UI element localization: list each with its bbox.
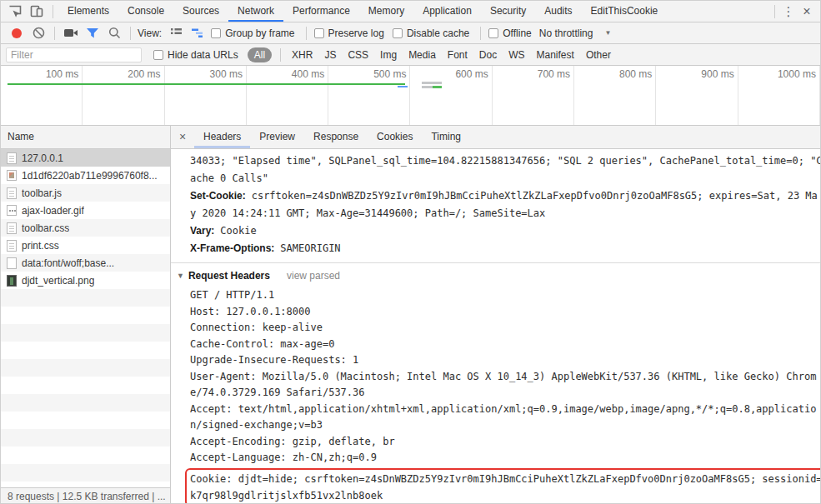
request-row[interactable]: ajax-loader.gif bbox=[1, 202, 170, 219]
image-icon bbox=[7, 205, 17, 216]
filter-type-ws[interactable]: WS bbox=[503, 49, 530, 61]
filter-type-doc[interactable]: Doc bbox=[473, 49, 503, 61]
filter-type-font[interactable]: Font bbox=[442, 49, 473, 61]
request-header-line: Connection: keep-alive bbox=[190, 320, 820, 337]
search-icon[interactable] bbox=[103, 23, 125, 43]
request-row[interactable]: 1d1df6220ab711e9996760f8... bbox=[1, 167, 170, 184]
request-detail-panel: × Headers Preview Response Cookies Timin… bbox=[171, 126, 820, 504]
response-header-line: y 2020 14:24:11 GMT; Max-Age=31449600; P… bbox=[190, 205, 820, 222]
tab-preview[interactable]: Preview bbox=[250, 126, 304, 148]
tab-network[interactable]: Network bbox=[228, 1, 283, 22]
request-row[interactable]: djdt_vertical.png bbox=[1, 272, 170, 289]
cookie-highlight-box: Cookie: djdt=hide; csrftoken=z4sDnWBZDz5… bbox=[185, 468, 820, 504]
list-view-icon[interactable] bbox=[165, 23, 187, 43]
divider bbox=[306, 27, 307, 40]
checkbox-label: Group by frame bbox=[225, 27, 294, 39]
name-column-header[interactable]: Name bbox=[1, 126, 170, 149]
tab-sources[interactable]: Sources bbox=[173, 1, 228, 22]
tab-cookies[interactable]: Cookies bbox=[368, 126, 422, 148]
filter-icon[interactable] bbox=[82, 23, 103, 43]
throttling-dropdown[interactable]: No throttling ▼ bbox=[539, 27, 612, 39]
tab-editthiscookie[interactable]: EditThisCookie bbox=[582, 1, 668, 22]
tab-memory[interactable]: Memory bbox=[359, 1, 413, 22]
tab-headers[interactable]: Headers bbox=[194, 126, 250, 148]
device-toolbar-icon[interactable] bbox=[26, 2, 48, 22]
capture-screenshots-icon[interactable] bbox=[60, 23, 82, 43]
timeline-tick: 300 ms bbox=[165, 66, 247, 125]
inspect-element-icon[interactable] bbox=[4, 2, 26, 22]
header-name: Vary: bbox=[190, 225, 214, 237]
filter-type-js[interactable]: JS bbox=[318, 49, 342, 61]
tab-security[interactable]: Security bbox=[481, 1, 535, 22]
timeline-tick: 600 ms bbox=[410, 66, 492, 125]
timeline-overview[interactable]: 100 ms 200 ms 300 ms 400 ms 500 ms 600 m… bbox=[1, 66, 820, 126]
request-summary: 8 requests | 12.5 KB transferred | ... bbox=[8, 491, 166, 502]
status-bar: 8 requests | 12.5 KB transferred | ... bbox=[1, 487, 170, 504]
filter-type-all[interactable]: All bbox=[248, 47, 272, 62]
filter-type-img[interactable]: Img bbox=[374, 49, 403, 61]
timeline-tick: 100 ms bbox=[1, 66, 83, 125]
devtools-tabbar: Elements Console Sources Network Perform… bbox=[1, 1, 820, 22]
checkbox-label: Offline bbox=[503, 27, 531, 39]
tab-timing[interactable]: Timing bbox=[422, 126, 470, 148]
checkbox-label: Preserve log bbox=[328, 27, 384, 39]
record-button[interactable] bbox=[6, 23, 28, 43]
detail-tabbar: × Headers Preview Response Cookies Timin… bbox=[171, 126, 820, 149]
request-name: 1d1df6220ab711e9996760f8... bbox=[22, 170, 158, 182]
section-divider bbox=[171, 262, 820, 263]
request-row[interactable]: data:font/woff;base... bbox=[1, 254, 170, 272]
tab-response[interactable]: Response bbox=[304, 126, 368, 148]
offline-checkbox[interactable]: Offline bbox=[488, 27, 531, 39]
request-header-line: Host: 127.0.0.1:8000 bbox=[190, 304, 820, 321]
filter-type-xhr[interactable]: XHR bbox=[286, 49, 318, 61]
response-header-line: Vary:Cookie bbox=[190, 222, 820, 240]
preserve-log-checkbox[interactable]: Preserve log bbox=[314, 27, 384, 39]
requests-list: 127.0.0.1 1d1df6220ab711e9996760f8... to… bbox=[1, 149, 170, 487]
group-by-frame-checkbox[interactable]: Group by frame bbox=[211, 27, 294, 39]
filter-input[interactable] bbox=[6, 47, 142, 62]
filter-type-media[interactable]: Media bbox=[403, 49, 442, 61]
filter-type-other[interactable]: Other bbox=[580, 49, 617, 61]
request-row[interactable]: toolbar.css bbox=[1, 219, 170, 237]
checkbox-box bbox=[211, 28, 221, 38]
timeline-tick: 700 ms bbox=[493, 66, 574, 125]
request-row[interactable]: toolbar.js bbox=[1, 184, 170, 202]
waterfall-view-icon[interactable] bbox=[187, 23, 208, 43]
cookie-header-line: Cookie: djdt=hide; csrftoken=z4sDnWBZDz5… bbox=[190, 471, 820, 487]
divider bbox=[54, 27, 55, 40]
tab-application[interactable]: Application bbox=[413, 1, 481, 22]
request-name: 127.0.0.1 bbox=[22, 152, 63, 164]
tab-performance[interactable]: Performance bbox=[283, 1, 359, 22]
kebab-menu-icon[interactable]: ⋮ bbox=[780, 2, 797, 22]
request-header-line: n/signed-exchange;v=b3 bbox=[190, 417, 820, 434]
document-icon bbox=[7, 187, 17, 199]
header-value: Cookie bbox=[220, 225, 256, 237]
hide-data-urls-checkbox[interactable]: Hide data URLs bbox=[153, 49, 238, 61]
disable-cache-checkbox[interactable]: Disable cache bbox=[393, 27, 469, 39]
checkbox-box bbox=[153, 50, 163, 60]
divider bbox=[280, 48, 281, 62]
disclosure-triangle-icon[interactable]: ▼ bbox=[177, 267, 184, 285]
image-icon bbox=[7, 275, 17, 287]
close-detail-icon[interactable]: × bbox=[171, 126, 194, 148]
close-devtools-icon[interactable]: × bbox=[797, 2, 817, 22]
tab-elements[interactable]: Elements bbox=[58, 1, 118, 22]
devtools-window: Elements Console Sources Network Perform… bbox=[0, 0, 821, 504]
clear-button[interactable] bbox=[28, 23, 49, 43]
timeline-tick: 500 ms bbox=[328, 66, 410, 125]
request-row[interactable]: 127.0.0.1 bbox=[1, 149, 170, 167]
filter-type-css[interactable]: CSS bbox=[342, 49, 374, 61]
tab-audits[interactable]: Audits bbox=[535, 1, 581, 22]
network-main: Name 127.0.0.1 1d1df6220ab711e9996760f8.… bbox=[1, 126, 820, 504]
request-header-line: Accept: text/html,application/xhtml+xml,… bbox=[190, 402, 820, 418]
filter-bar: Hide data URLs All XHR JS CSS Img Media … bbox=[1, 44, 820, 66]
request-row[interactable]: print.css bbox=[1, 237, 170, 254]
view-parsed-link[interactable]: view parsed bbox=[287, 270, 340, 282]
headers-content[interactable]: 34033; "Elapsed time", SQLPanel_sql_time… bbox=[171, 149, 820, 504]
tab-console[interactable]: Console bbox=[118, 1, 173, 22]
checkbox-box bbox=[488, 28, 498, 38]
throttling-value: No throttling bbox=[539, 27, 593, 39]
checkbox-label: Hide data URLs bbox=[168, 49, 238, 61]
filter-type-manifest[interactable]: Manifest bbox=[531, 49, 580, 61]
timeline-tick: 900 ms bbox=[656, 66, 738, 125]
